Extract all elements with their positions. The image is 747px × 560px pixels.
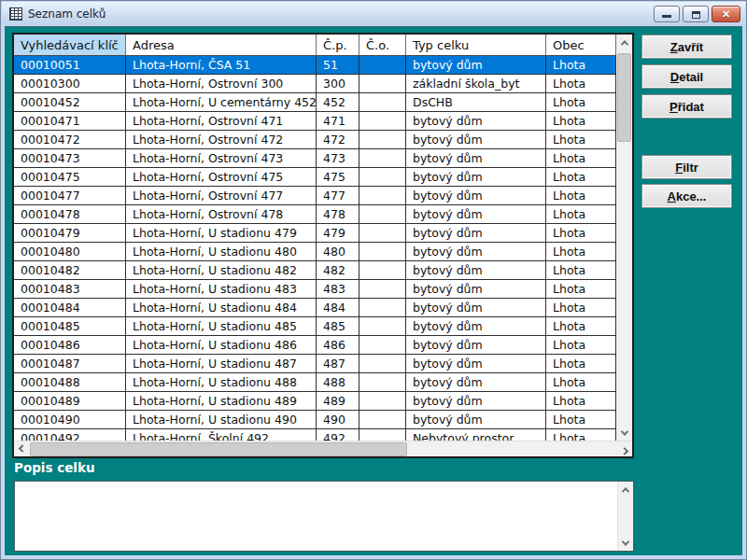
- table-cell: 00010480: [14, 243, 126, 260]
- table-cell: Lhota-Horní, U stadionu 486: [126, 336, 317, 354]
- table-row[interactable]: 00010489Lhota-Horní, U stadionu 489489by…: [14, 392, 616, 411]
- table-cell: 00010300: [14, 75, 126, 92]
- table-row[interactable]: 00010490Lhota-Horní, U stadionu 490490by…: [14, 411, 616, 429]
- table-cell: 475: [317, 168, 359, 186]
- table-row[interactable]: 00010484Lhota-Horní, U stadionu 484484by…: [14, 299, 616, 317]
- table-cell: 00010452: [14, 93, 126, 111]
- description-label: Popis celku: [14, 460, 95, 475]
- add-button[interactable]: Přidat: [641, 94, 732, 119]
- close-button[interactable]: ✕: [712, 6, 740, 22]
- column-header-5[interactable]: Obec: [546, 35, 616, 55]
- table-cell: 489: [317, 392, 359, 410]
- table-cell: Lhota: [546, 392, 616, 410]
- table-cell: [359, 112, 406, 130]
- table-row[interactable]: 00010492Lhota-Horní, Školní 492492Nebyto…: [14, 429, 616, 441]
- table-cell: bytový dům: [406, 336, 546, 354]
- table-cell: 490: [317, 411, 359, 428]
- table-row[interactable]: 00010473Lhota-Horní, Ostrovní 473473byto…: [14, 149, 616, 168]
- table-row[interactable]: 00010482Lhota-Horní, U stadionu 482482by…: [14, 261, 616, 280]
- window-controls: ✕: [654, 6, 740, 22]
- table-row[interactable]: 00010483Lhota-Horní, U stadionu 483483by…: [14, 280, 616, 299]
- table-row[interactable]: 00010488Lhota-Horní, U stadionu 488488by…: [14, 373, 616, 392]
- column-header-2[interactable]: Č.p.: [317, 35, 359, 55]
- table-cell: 00010489: [14, 392, 126, 410]
- table-row[interactable]: 00010478Lhota-Horní, Ostrovní 478478byto…: [14, 205, 616, 224]
- description-scroll-up-button[interactable]: [617, 482, 633, 497]
- column-header-4[interactable]: Typ celku: [406, 35, 546, 55]
- title-bar[interactable]: Seznam celků ✕: [2, 2, 745, 26]
- table-cell: Lhota-Horní, U stadionu 489: [126, 392, 317, 410]
- close-icon: ✕: [722, 8, 730, 21]
- table-row[interactable]: 00010479Lhota-Horní, U stadionu 479479by…: [14, 224, 616, 243]
- table-row[interactable]: 00010300Lhota-Horní, Ostrovní 300300zákl…: [14, 75, 616, 93]
- table-row[interactable]: 00010475Lhota-Horní, Ostrovní 475475byto…: [14, 168, 616, 187]
- table-row[interactable]: 00010486Lhota-Horní, U stadionu 486486by…: [14, 336, 616, 355]
- scroll-left-button[interactable]: [14, 441, 30, 457]
- table-cell: [359, 243, 406, 260]
- table-cell: 300: [317, 75, 359, 92]
- horizontal-scrollbar-thumb[interactable]: [30, 442, 407, 456]
- table-cell: 477: [317, 187, 359, 204]
- table-cell: 485: [317, 317, 359, 335]
- table-cell: 492: [317, 429, 359, 441]
- table-row[interactable]: 00010051Lhota-Horní, ČSA 5151bytový důmL…: [14, 56, 616, 75]
- scroll-down-button[interactable]: [616, 425, 632, 441]
- table-row[interactable]: 00010452Lhota-Horní, U cementárny 452452…: [14, 93, 616, 112]
- minimize-button[interactable]: [654, 6, 680, 22]
- table-cell: bytový dům: [406, 317, 546, 335]
- maximize-button[interactable]: [683, 6, 709, 22]
- table-cell: Lhota-Horní, Ostrovní 475: [126, 168, 317, 186]
- table-cell: 452: [317, 93, 359, 111]
- horizontal-scrollbar[interactable]: [14, 441, 632, 456]
- table-cell: Lhota: [546, 411, 616, 428]
- description-scrollbar[interactable]: [617, 482, 633, 551]
- table-row[interactable]: 00010472Lhota-Horní, Ostrovní 472472byto…: [14, 131, 616, 149]
- scroll-up-button[interactable]: [616, 35, 632, 50]
- table-cell: Lhota-Horní, U stadionu 488: [126, 373, 317, 391]
- table-cell: [359, 224, 406, 242]
- table-row[interactable]: 00010487Lhota-Horní, U stadionu 487487by…: [14, 355, 616, 373]
- table-cell: 00010482: [14, 261, 126, 279]
- table-cell: bytový dům: [406, 112, 546, 130]
- units-table-main: Vyhledávací klíčAdresaČ.p.Č.o.Typ celkuO…: [14, 35, 632, 441]
- vertical-scrollbar[interactable]: [616, 35, 632, 441]
- description-scroll-down-button[interactable]: [617, 535, 633, 551]
- table-cell: Lhota-Horní, U stadionu 480: [126, 243, 317, 260]
- table-cell: bytový dům: [406, 56, 546, 74]
- table-cell: Lhota-Horní, Ostrovní 473: [126, 149, 317, 167]
- detail-button[interactable]: Detail: [641, 64, 732, 89]
- table-cell: 00010471: [14, 112, 126, 130]
- client-area: Vyhledávací klíčAdresaČ.p.Č.o.Typ celkuO…: [5, 26, 742, 555]
- table-row[interactable]: 00010471Lhota-Horní, Ostrovní 471471byto…: [14, 112, 616, 131]
- table-cell: Lhota-Horní, U stadionu 490: [126, 411, 317, 428]
- table-row[interactable]: 00010485Lhota-Horní, U stadionu 485485by…: [14, 317, 616, 336]
- chevron-down-icon: [620, 427, 627, 435]
- table-cell: 487: [317, 355, 359, 372]
- column-header-0[interactable]: Vyhledávací klíč: [14, 35, 126, 55]
- table-cell: Lhota-Horní, Ostrovní 477: [126, 187, 317, 204]
- scroll-right-button[interactable]: [616, 441, 632, 457]
- table-cell: [359, 373, 406, 391]
- close-window-button[interactable]: Zavřít: [641, 35, 732, 59]
- table-cell: Lhota: [546, 112, 616, 130]
- table-cell: Lhota: [546, 56, 616, 74]
- column-header-3[interactable]: Č.o.: [359, 35, 406, 55]
- table-cell: Lhota: [546, 224, 616, 242]
- table-row[interactable]: 00010480Lhota-Horní, U stadionu 480480by…: [14, 243, 616, 261]
- filter-button[interactable]: Filtr: [641, 155, 732, 179]
- column-header-1[interactable]: Adresa: [126, 35, 317, 55]
- table-cell: Lhota: [546, 280, 616, 298]
- units-table-header: Vyhledávací klíčAdresaČ.p.Č.o.Typ celkuO…: [14, 35, 616, 56]
- actions-button[interactable]: Akce...: [641, 184, 732, 208]
- table-cell: Lhota: [546, 299, 616, 316]
- table-cell: bytový dům: [406, 187, 546, 204]
- description-textarea[interactable]: [14, 481, 634, 552]
- grid-body: 00010051Lhota-Horní, ČSA 5151bytový důmL…: [14, 56, 616, 441]
- table-cell: Lhota-Horní, U stadionu 487: [126, 355, 317, 372]
- table-cell: 00010473: [14, 149, 126, 167]
- vertical-scrollbar-thumb[interactable]: [617, 53, 631, 142]
- table-cell: bytový dům: [406, 168, 546, 186]
- table-cell: Lhota-Horní, U stadionu 485: [126, 317, 317, 335]
- table-row[interactable]: 00010477Lhota-Horní, Ostrovní 477477byto…: [14, 187, 616, 205]
- chevron-left-icon: [18, 444, 25, 452]
